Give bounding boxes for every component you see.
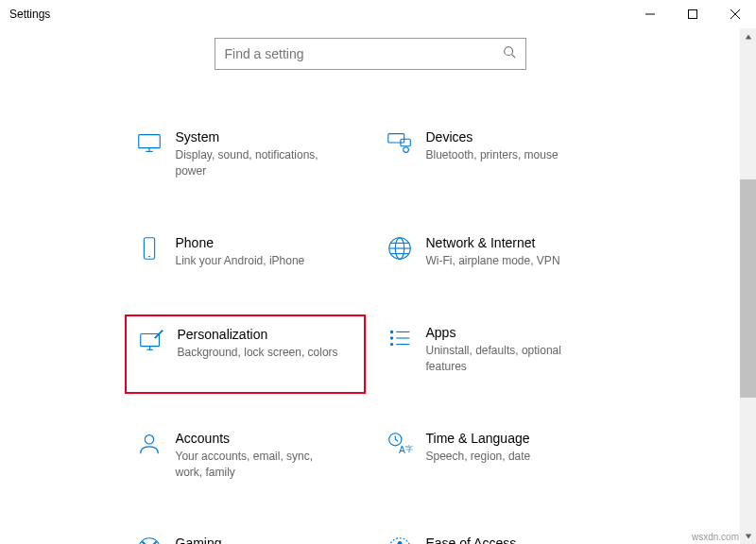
- svg-point-27: [390, 343, 392, 345]
- time-language-icon: A字: [381, 430, 419, 458]
- tile-personalization[interactable]: Personalization Background, lock screen,…: [125, 314, 366, 394]
- tile-name: Accounts: [176, 430, 338, 447]
- network-icon: [381, 234, 419, 263]
- scroll-down-arrow[interactable]: [740, 528, 756, 544]
- svg-line-32: [395, 439, 398, 441]
- titlebar: Settings: [0, 0, 756, 28]
- ease-of-access-icon: [381, 535, 419, 544]
- watermark: wsxdn.com: [692, 532, 739, 542]
- tile-desc: Uninstall, defaults, optional features: [426, 343, 589, 375]
- svg-point-35: [138, 538, 160, 544]
- system-icon: [130, 128, 168, 157]
- svg-point-11: [403, 147, 408, 153]
- svg-point-29: [145, 434, 153, 443]
- content-area: System Display, sound, notifications, po…: [0, 28, 740, 544]
- scroll-track[interactable]: [740, 44, 756, 528]
- window-title: Settings: [9, 8, 50, 21]
- search-row: [0, 38, 740, 70]
- tile-apps[interactable]: Apps Uninstall, defaults, optional featu…: [375, 320, 616, 379]
- settings-grid: System Display, sound, notifications, po…: [0, 125, 740, 544]
- tile-text: System Display, sound, notifications, po…: [168, 128, 338, 179]
- tile-name: Time & Language: [426, 430, 531, 447]
- tile-text: Ease of Access Narrator, magnifier, high…: [419, 535, 589, 544]
- svg-rect-6: [138, 135, 160, 148]
- tile-devices[interactable]: Devices Bluetooth, printers, mouse: [375, 125, 616, 183]
- scroll-thumb[interactable]: [740, 179, 756, 397]
- phone-icon: [130, 234, 168, 263]
- tile-name: System: [176, 128, 338, 145]
- tile-text: Phone Link your Android, iPhone: [168, 234, 305, 269]
- gaming-icon: [130, 535, 168, 544]
- tile-desc: Wi-Fi, airplane mode, VPN: [426, 253, 560, 269]
- tile-network[interactable]: Network & Internet Wi-Fi, airplane mode,…: [375, 230, 616, 273]
- tile-name: Gaming: [176, 535, 338, 544]
- tile-name: Network & Internet: [426, 234, 560, 251]
- svg-point-23: [390, 331, 392, 332]
- tile-text: Accounts Your accounts, email, sync, wor…: [168, 430, 338, 481]
- tile-desc: Display, sound, notifications, power: [176, 147, 338, 179]
- svg-marker-44: [745, 34, 750, 39]
- personalization-icon: [132, 326, 170, 354]
- svg-text:字: 字: [404, 444, 412, 453]
- tile-accounts[interactable]: Accounts Your accounts, email, sync, wor…: [125, 426, 366, 484]
- tile-name: Devices: [426, 128, 558, 145]
- tile-text: Devices Bluetooth, printers, mouse: [419, 128, 558, 163]
- svg-point-4: [504, 47, 512, 56]
- tile-name: Apps: [426, 324, 589, 341]
- tile-desc: Link your Android, iPhone: [176, 253, 305, 269]
- tile-phone[interactable]: Phone Link your Android, iPhone: [125, 230, 366, 273]
- svg-line-5: [511, 55, 515, 59]
- close-button[interactable]: [713, 0, 756, 28]
- tile-name: Phone: [176, 234, 305, 251]
- search-box[interactable]: [215, 38, 526, 70]
- tile-desc: Background, lock screen, colors: [178, 345, 338, 361]
- maximize-button[interactable]: [671, 0, 713, 28]
- tile-desc: Bluetooth, printers, mouse: [426, 147, 558, 163]
- tile-time[interactable]: A字 Time & Language Speech, region, date: [375, 426, 616, 484]
- devices-icon: [381, 128, 419, 157]
- tile-text: Network & Internet Wi-Fi, airplane mode,…: [419, 234, 560, 269]
- scroll-up-arrow[interactable]: [740, 28, 756, 44]
- tile-system[interactable]: System Display, sound, notifications, po…: [125, 125, 366, 183]
- tile-desc: Your accounts, email, sync, work, family: [176, 449, 338, 481]
- tile-text: Personalization Background, lock screen,…: [170, 326, 338, 361]
- svg-marker-45: [745, 534, 750, 538]
- tile-desc: Speech, region, date: [426, 449, 531, 465]
- tile-text: Time & Language Speech, region, date: [419, 430, 531, 465]
- apps-icon: [381, 324, 419, 352]
- tile-name: Ease of Access: [426, 535, 589, 544]
- svg-rect-9: [387, 134, 404, 143]
- accounts-icon: [130, 430, 168, 458]
- minimize-button[interactable]: [628, 0, 671, 28]
- search-input[interactable]: [225, 46, 503, 61]
- svg-point-25: [390, 337, 392, 339]
- tile-ease-of-access[interactable]: Ease of Access Narrator, magnifier, high…: [375, 531, 616, 544]
- tile-gaming[interactable]: Gaming Game bar, captures, broadcasting,…: [125, 531, 366, 544]
- tile-name: Personalization: [178, 326, 338, 343]
- window-controls: [628, 0, 756, 28]
- search-icon: [503, 45, 516, 62]
- svg-rect-1: [688, 10, 696, 19]
- tile-text: Apps Uninstall, defaults, optional featu…: [419, 324, 589, 375]
- vertical-scrollbar[interactable]: [740, 28, 756, 544]
- tile-text: Gaming Game bar, captures, broadcasting,…: [168, 535, 338, 544]
